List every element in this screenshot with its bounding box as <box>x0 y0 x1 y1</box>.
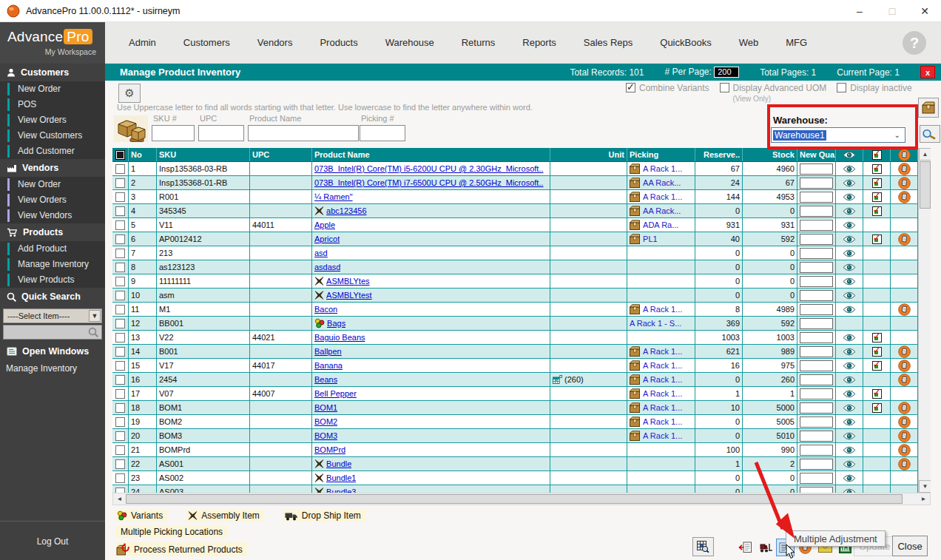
package-icon[interactable] <box>630 206 641 216</box>
returns-orange-icon[interactable] <box>898 444 911 456</box>
sidebar-item-customers-view-customers[interactable]: View Customers <box>0 128 105 144</box>
row-checkbox[interactable] <box>115 235 125 244</box>
open-window-manage-inventory[interactable]: Manage Inventory <box>0 360 105 374</box>
scroll-left-button[interactable]: ◄ <box>113 493 126 505</box>
row-checkbox[interactable] <box>115 164 125 174</box>
display-advanced-uom-checkbox[interactable] <box>720 83 729 92</box>
nav-item-reports[interactable]: Reports <box>522 37 556 48</box>
returns-orange-icon[interactable] <box>898 360 911 372</box>
row-checkbox[interactable] <box>115 206 125 216</box>
returns-orange-icon[interactable] <box>898 416 911 428</box>
row-checkbox[interactable] <box>115 361 125 371</box>
eye-icon[interactable] <box>843 362 856 370</box>
select-all-checkbox[interactable] <box>115 150 125 160</box>
package-icon[interactable] <box>630 234 641 244</box>
quick-search-input[interactable] <box>3 325 102 340</box>
col-stock[interactable]: Stock <box>743 148 797 161</box>
new-quantity-input[interactable] <box>800 416 833 428</box>
new-quantity-input[interactable] <box>800 332 833 343</box>
adjustment-icon[interactable] <box>872 361 882 371</box>
scroll-up-button[interactable]: ▲ <box>919 148 931 161</box>
product-link[interactable]: Bundle3 <box>326 488 356 493</box>
field-input-upc[interactable] <box>198 125 244 141</box>
product-link[interactable]: asdasd <box>314 263 340 271</box>
product-link[interactable]: 073B_Intel(R) Core(TM) i7-6500U CPU @ 2.… <box>314 178 544 187</box>
product-link[interactable]: Banana <box>314 361 343 370</box>
unit-grid-icon[interactable] <box>553 375 562 384</box>
product-link[interactable]: Bundle1 <box>326 473 356 482</box>
nav-item-sales-reps[interactable]: Sales Reps <box>584 37 633 48</box>
settings-button[interactable]: ⚙ <box>118 84 141 103</box>
sidebar-item-customers-view-orders[interactable]: View Orders <box>0 112 105 128</box>
new-quantity-input[interactable] <box>800 459 833 470</box>
new-quantity-input[interactable] <box>800 388 833 399</box>
row-checkbox[interactable] <box>115 178 125 188</box>
returns-orange-icon[interactable] <box>898 374 911 386</box>
new-quantity-input[interactable] <box>800 262 833 273</box>
row-checkbox[interactable] <box>115 319 125 328</box>
row-checkbox[interactable] <box>115 488 125 493</box>
package-icon[interactable] <box>630 431 641 441</box>
new-quantity-input[interactable] <box>800 163 833 175</box>
nav-item-vendors[interactable]: Vendors <box>257 37 293 48</box>
product-link[interactable]: Bell Pepper <box>314 389 357 398</box>
sidebar-section-vendors[interactable]: Vendors <box>0 159 105 177</box>
field-input-product-name[interactable] <box>248 125 359 141</box>
field-input-picking[interactable] <box>360 125 405 141</box>
eye-icon[interactable] <box>843 207 856 215</box>
nav-item-quickbooks[interactable]: QuickBooks <box>660 37 711 48</box>
sidebar-section-products[interactable]: Products <box>0 223 105 241</box>
package-icon[interactable] <box>630 192 641 202</box>
eye-icon[interactable] <box>843 390 856 398</box>
vertical-scrollbar[interactable]: ▲ ▼ <box>918 148 931 493</box>
new-quantity-input[interactable] <box>800 473 833 484</box>
col-sku[interactable]: SKU <box>157 148 250 161</box>
combine-variants-checkbox[interactable] <box>626 83 635 92</box>
col-product-name[interactable]: Product Name <box>312 148 550 161</box>
display-advanced-uom-option[interactable]: Display Advanced UOM(View Only) <box>720 83 827 103</box>
returns-orange-icon[interactable] <box>898 163 911 175</box>
warehouse-picking-button[interactable] <box>918 98 939 118</box>
new-quantity-input[interactable] <box>800 276 833 287</box>
new-quantity-input[interactable] <box>800 445 833 456</box>
row-checkbox[interactable] <box>115 277 125 286</box>
product-link[interactable]: Ballpen <box>314 347 342 356</box>
new-quantity-input[interactable] <box>800 248 833 259</box>
row-checkbox[interactable] <box>115 347 125 357</box>
new-quantity-input[interactable] <box>800 178 833 189</box>
adjustment-icon[interactable] <box>872 178 882 188</box>
display-inactive-checkbox[interactable] <box>837 83 846 92</box>
adjustment-icon[interactable] <box>872 192 882 202</box>
col-picking[interactable]: Picking <box>627 148 695 161</box>
row-checkbox[interactable] <box>115 305 125 314</box>
new-quantity-input[interactable] <box>800 192 833 203</box>
product-link[interactable]: ¼ Ramen" <box>314 192 353 201</box>
logout-button[interactable]: Log Out <box>0 536 105 547</box>
sidebar-item-products-view-products[interactable]: View Products <box>0 272 105 288</box>
horizontal-scroll-thumb[interactable] <box>126 494 903 504</box>
returns-orange-icon[interactable] <box>898 233 911 246</box>
returns-orange-icon[interactable] <box>898 345 911 358</box>
returns-orange-icon[interactable] <box>898 430 911 442</box>
package-icon[interactable] <box>630 178 641 188</box>
new-quantity-input[interactable] <box>800 374 833 385</box>
row-checkbox[interactable] <box>115 192 125 202</box>
row-checkbox[interactable] <box>115 291 125 300</box>
maximize-button[interactable]: □ <box>876 0 908 22</box>
nav-item-mfg[interactable]: MFG <box>786 37 807 48</box>
adjustment-icon[interactable] <box>872 333 882 343</box>
returns-orange-icon[interactable] <box>898 177 911 189</box>
product-link[interactable]: BOM3 <box>314 431 337 440</box>
new-quantity-input[interactable] <box>800 290 833 301</box>
sidebar-section-customers[interactable]: Customers <box>0 64 105 81</box>
nav-item-customers[interactable]: Customers <box>183 37 230 48</box>
product-link[interactable]: Apple <box>314 220 335 229</box>
package-icon[interactable] <box>630 220 641 230</box>
sidebar-item-vendors-new-order[interactable]: New Order <box>0 177 105 192</box>
horizontal-scrollbar[interactable]: ◄ ► <box>112 493 931 505</box>
eye-icon[interactable] <box>843 221 856 229</box>
product-link[interactable]: Bundle <box>326 459 351 468</box>
eye-icon[interactable] <box>843 460 856 468</box>
row-checkbox[interactable] <box>115 403 125 413</box>
eye-icon[interactable] <box>843 348 856 356</box>
